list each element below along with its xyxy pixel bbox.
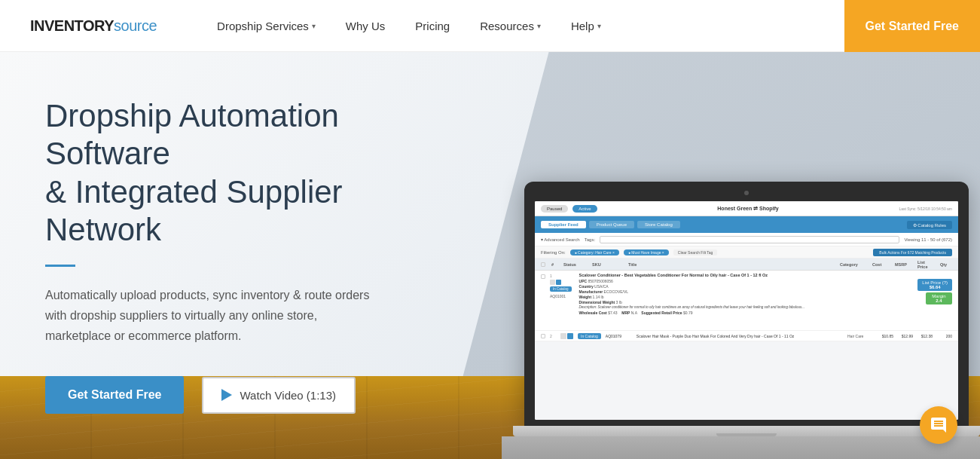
filter-chip-hair-care: ● Category: Hair Care × [570, 249, 619, 256]
logo[interactable]: INVENTORYsource [30, 17, 157, 35]
nav-item-dropship-services[interactable]: Dropship Services ▾ [202, 0, 331, 52]
logo-accent-text: source [114, 17, 157, 35]
chat-icon [930, 416, 948, 434]
nav-item-why-us[interactable]: Why Us [331, 0, 401, 52]
watch-video-button[interactable]: Watch Video (1:13) [202, 377, 356, 414]
hero-divider [45, 265, 75, 267]
filter-chip-must-have-image: ● Must Have Image × [624, 249, 669, 256]
logo-main-text: INVENTORY [30, 17, 114, 35]
hero-title: Dropship Automation Software & Integrate… [45, 97, 377, 249]
advanced-search-label: ▾ Advanced Search [541, 237, 580, 242]
get-started-hero-button[interactable]: Get Started Free [45, 376, 184, 414]
nav-item-pricing[interactable]: Pricing [400, 0, 465, 52]
chat-bubble-button[interactable] [920, 406, 957, 444]
app-sync-text: Last Sync: 5/12/18 10:54:50 am [899, 207, 952, 211]
laptop-screen-outer: Paused Active Honest Green ⇌ Shopify Las… [524, 182, 969, 426]
status-tab-active: Active [572, 205, 597, 213]
nav-item-help[interactable]: Help ▾ [556, 0, 616, 52]
chevron-down-icon: ▾ [537, 22, 541, 30]
product-queue-tab: Product Queue [589, 221, 634, 228]
app-status-tabs: Paused Active [541, 205, 597, 213]
hero-content: Dropship Automation Software & Integrate… [0, 97, 422, 414]
table-row-1: 1 In Catalog AQ01001 Scalover Co [535, 271, 958, 331]
app-topbar: Paused Active Honest Green ⇌ Shopify Las… [535, 201, 958, 216]
header: INVENTORYsource Dropship Services ▾ Why … [0, 0, 980, 52]
main-nav: Dropship Services ▾ Why Us Pricing Resou… [202, 0, 922, 52]
filtering-label: Filtering On: [541, 250, 566, 255]
app-screenshot: Paused Active Honest Green ⇌ Shopify Las… [535, 201, 958, 420]
laptop-mockup: Paused Active Honest Green ⇌ Shopify Las… [498, 182, 980, 459]
nav-item-resources[interactable]: Resources ▾ [465, 0, 556, 52]
app-action-bar: Supplier Feed Product Queue Store Catalo… [535, 216, 958, 233]
clear-search-tag: Clear Search Filt Tag [673, 249, 718, 256]
app-connection-title: Honest Green ⇌ Shopify [717, 206, 778, 212]
laptop-camera [744, 191, 749, 195]
tags-label: Tags: [585, 237, 595, 242]
get-started-header-button[interactable]: Get Started Free [844, 0, 980, 52]
store-catalog-tab: Store Catalog [637, 221, 680, 228]
laptop-keyboard [502, 436, 980, 459]
list-price-tag: List Price (?)$6.64 [917, 279, 952, 291]
chevron-down-icon: ▾ [597, 22, 601, 30]
laptop-screen-inner: Paused Active Honest Green ⇌ Shopify Las… [535, 201, 958, 420]
laptop-base [513, 426, 980, 436]
hero-buttons: Get Started Free Watch Video (1:13) [45, 376, 377, 414]
supplier-feed-tab: Supplier Feed [541, 221, 586, 228]
laptop-wrapper: Paused Active Honest Green ⇌ Shopify Las… [498, 182, 980, 459]
hero-section: Dropship Automation Software & Integrate… [0, 52, 980, 459]
hero-subtitle: Automatically upload products, sync inve… [45, 285, 377, 347]
table-row-2: 2 In Catalog AQ01079 Scalover Hair Mask … [535, 331, 958, 341]
status-tab-paused: Paused [541, 205, 568, 213]
app-toolbar: ▾ Advanced Search Tags: Viewing 11 - 50 … [535, 233, 958, 246]
chevron-down-icon: ▾ [312, 22, 316, 30]
app-filter-bar: Filtering On: ● Category: Hair Care × ● … [535, 246, 958, 259]
bulk-actions-button: Bulk Actions For 672 Matching Products [873, 249, 952, 256]
viewing-text: Viewing 11 - 50 of (672) [904, 237, 952, 242]
margin-tag: Margin2.4 [926, 292, 952, 304]
play-icon [221, 389, 232, 401]
catalog-rules-button: ⚙ Catalog Rules [907, 221, 952, 229]
app-table-header: # Status SKU Title Category Cost MSRP Li… [535, 259, 958, 271]
